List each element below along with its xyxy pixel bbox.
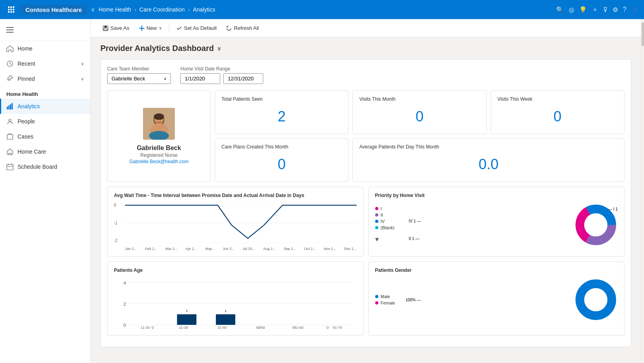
donut-label-ii1: II 1 — (409, 236, 419, 241)
lightbulb-icon[interactable]: 💡 (579, 6, 587, 14)
gender-chart-title: Patients Gender (375, 267, 618, 273)
metric-care-plans: Care Plans Created This Month 0 (215, 138, 348, 182)
target-icon[interactable]: ◎ (569, 6, 574, 14)
new-button[interactable]: New ∨ (135, 23, 166, 33)
svg-point-17 (9, 119, 11, 121)
scrollbar-track[interactable] (641, 19, 644, 363)
metric-care-plans-title: Care Plans Created This Month (221, 144, 342, 150)
page-title-chevron[interactable]: ∨ (217, 45, 221, 52)
breadcrumb-separator-2: › (188, 6, 190, 13)
nav-analytics[interactable]: Analytics (193, 6, 215, 13)
gender-chart-area: 100% — (401, 278, 618, 322)
date-from-input[interactable]: 1/1/2020 (180, 73, 220, 84)
sidebar-item-analytics[interactable]: Analytics (0, 99, 90, 114)
donut-legend-more[interactable]: ▾ (375, 235, 395, 244)
svg-rect-14 (8, 105, 10, 109)
sidebar-item-cases-label: Cases (18, 133, 33, 140)
hamburger-button[interactable] (0, 22, 90, 37)
svg-rect-5 (13, 9, 14, 10)
legend-iv-dot (375, 220, 378, 223)
sidebar-item-people-label: People (18, 118, 35, 125)
breadcrumb-separator-1: › (134, 6, 136, 13)
refresh-all-button[interactable]: Refresh All (222, 23, 263, 33)
donut-legend: I II IV (375, 206, 395, 244)
plus-icon[interactable]: ＋ (592, 6, 598, 14)
scrollbar-thumb[interactable] (642, 22, 644, 46)
svg-rect-8 (13, 11, 14, 13)
bar-chart: 4 2 0 0 1 1 (114, 278, 357, 330)
svg-rect-9 (6, 27, 14, 28)
line-chart-title: Avg Wait Time - Time Interval between Pr… (114, 193, 357, 198)
search-icon[interactable]: 🔍 (556, 6, 564, 14)
legend-iv: IV (375, 219, 395, 224)
sidebar-item-pinned[interactable]: Pinned ∨ (0, 71, 90, 86)
sidebar-item-people[interactable]: People (0, 114, 90, 129)
gender-donut-svg (574, 278, 618, 322)
charts-row-1: Avg Wait Time - Time Interval between Pr… (107, 187, 624, 257)
save-as-button[interactable]: Save As (99, 23, 133, 33)
svg-rect-6 (8, 11, 10, 13)
svg-rect-20 (104, 26, 107, 28)
legend-female-dot (375, 301, 378, 304)
svg-rect-10 (6, 29, 14, 30)
line-chart-xaxis: Jan 2... Feb 2... Mar 2... Apr 2... May.… (125, 247, 357, 251)
line-chart-svg (125, 203, 357, 243)
nav-home-health[interactable]: Home Health (99, 6, 131, 13)
sidebar-item-schedule-label: Schedule Board (18, 164, 57, 170)
metric-total-patients-value: 2 (221, 105, 342, 128)
dashboard-card: Care Team Member Gabrielle Beck ∨ Home V… (100, 59, 631, 347)
legend-ii: II (375, 213, 395, 217)
top-navigation: Contoso Healthcare ∨ Home Health › Care … (0, 0, 644, 19)
metric-visits-month-title: Visits This Month (359, 96, 480, 102)
metric-visits-month-value: 0 (359, 105, 480, 128)
gender-chart-card: Patients Gender Male Female (368, 262, 625, 336)
sidebar-section-home-health: Home Health (0, 86, 90, 99)
sidebar-item-schedule[interactable]: Schedule Board (0, 159, 90, 174)
donut-chart-title: Priority by Home Visit (375, 193, 618, 198)
profile-role: Registered Nurse (140, 152, 177, 158)
profile-name: Gabrielle Beck (137, 144, 181, 152)
legend-blank: (Blank) (375, 225, 395, 230)
gender-chart: Male Female 100% — (375, 278, 618, 322)
app-grid-button[interactable] (5, 3, 18, 16)
nav-care-coordination[interactable]: Care Coordination (139, 6, 185, 13)
sidebar-item-recent-label: Recent (18, 60, 35, 67)
help-icon[interactable]: ? (623, 6, 626, 13)
filters-row: Care Team Member Gabrielle Beck ∨ Home V… (107, 66, 624, 84)
date-to-input[interactable]: 12/31/2020 (223, 73, 263, 84)
metric-avg-patients: Average Patients Per Day This Month 0.0 (352, 138, 624, 182)
svg-rect-21 (104, 29, 107, 30)
line-chart-yaxis: 0 -1 -2 (114, 203, 123, 243)
sidebar-item-cases[interactable]: Cases (0, 129, 90, 144)
filter-icon[interactable]: ⊽ (603, 6, 608, 14)
gender-100-label: 100% — (405, 298, 421, 302)
svg-rect-46 (216, 314, 235, 325)
sidebar-item-recent[interactable]: Recent ∨ (0, 56, 90, 71)
bar-chart-card: Patients Age 4 2 0 (107, 262, 364, 336)
care-team-select[interactable]: Gabrielle Beck ∨ (107, 73, 171, 84)
care-team-filter: Care Team Member Gabrielle Beck ∨ (107, 66, 171, 84)
gear-icon[interactable]: ⚙ (613, 6, 618, 14)
page-title: Provider Analytics Dashboard ∨ (100, 44, 631, 53)
legend-female: Female (375, 301, 395, 305)
sidebar-item-homecare[interactable]: Home Care (0, 144, 90, 159)
top-nav-icons: 🔍 ◎ 💡 ＋ ⊽ ⚙ ? 👤 (556, 6, 639, 14)
set-default-button[interactable]: Set As Default (172, 23, 221, 33)
metric-visits-week-title: Visits This Week (497, 96, 618, 102)
date-range-inputs: 1/1/2020 12/31/2020 (180, 73, 263, 84)
legend-male-dot (375, 295, 378, 298)
svg-rect-7 (10, 11, 12, 13)
user-icon[interactable]: 👤 (631, 6, 639, 14)
metric-visits-week: Visits This Week 0 (491, 90, 624, 134)
care-team-label: Care Team Member (107, 66, 171, 72)
sidebar-item-home[interactable]: Home (0, 41, 90, 56)
svg-rect-2 (13, 6, 14, 8)
date-range-filter: Home Visit Date Range 1/1/2020 12/31/202… (180, 66, 263, 84)
charts-row-2: Patients Age 4 2 0 (107, 262, 624, 336)
svg-point-28 (156, 118, 158, 120)
toolbar: Save As New ∨ Set As Default Refresh All (91, 19, 641, 37)
donut-label-iv1: IV 1 — (409, 219, 421, 223)
bar-chart-title: Patients Age (114, 267, 357, 273)
svg-rect-13 (7, 107, 8, 109)
legend-male: Male (375, 294, 395, 299)
